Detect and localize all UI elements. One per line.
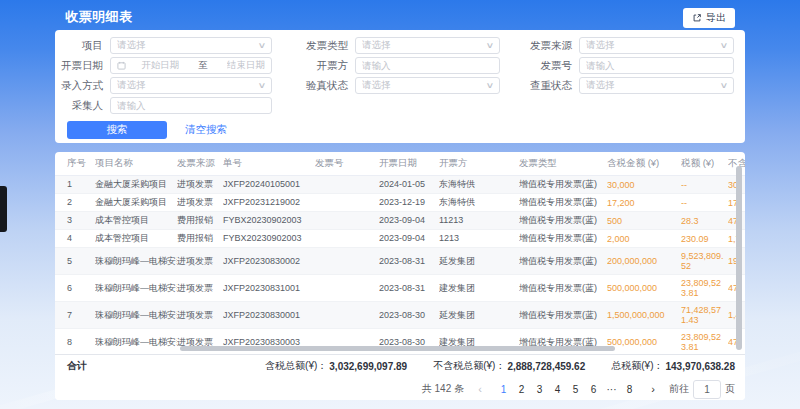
cell-project: 珠穆朗玛峰—电梯安装 — [95, 302, 177, 329]
prev-page-button[interactable]: ‹ — [474, 383, 486, 395]
column-header-0: 序号 — [55, 152, 95, 176]
page-number-3[interactable]: 3 — [532, 384, 547, 395]
cell-no: 7 — [55, 302, 95, 329]
pagination-pages: 123456···8 — [496, 384, 637, 395]
cell-source: 进项发票 — [177, 275, 223, 302]
cell-project: 成本管控项目 — [95, 212, 177, 230]
cell-issuer: 延发集团 — [439, 248, 519, 275]
invoice-source-placeholder: 请选择 — [586, 39, 721, 52]
cell-tax: 9,523,809.52 — [681, 248, 728, 275]
cell-date: 2024-01-05 — [379, 176, 439, 194]
invoice-no-input[interactable] — [579, 57, 734, 74]
filter-label-invoice-no: 发票号 — [500, 59, 579, 73]
cell-source: 费用报销 — [177, 230, 223, 248]
cell-no: 4 — [55, 230, 95, 248]
column-header-3: 单号 — [223, 152, 315, 176]
cell-order_no: FYBX20230902003 — [223, 212, 315, 230]
chevron-down-icon: ∨ — [486, 81, 495, 90]
goto-label: 前往 — [669, 382, 689, 396]
cell-tax: -- — [681, 176, 728, 194]
cell-source: 费用报销 — [177, 212, 223, 230]
end-date-placeholder: 结束日期 — [227, 59, 265, 72]
invoice-type-select[interactable]: 请选择 ∨ — [355, 37, 500, 54]
cell-date: 2023-08-31 — [379, 275, 439, 302]
page-number-6[interactable]: 6 — [586, 384, 601, 395]
invoice-date-range-input[interactable]: 开始日期 至 结束日期 — [110, 57, 272, 74]
cell-source: 进项发票 — [177, 302, 223, 329]
cell-invoice_no — [315, 176, 379, 194]
clear-search-button[interactable]: 清空搜索 — [185, 123, 227, 137]
cell-amount_with_tax: 500,000,000 — [607, 329, 681, 355]
verify-status-placeholder: 请选择 — [362, 79, 487, 92]
cell-tax: 23,809,523.81 — [681, 275, 728, 302]
sum-tax-value: 143,970,638.28 — [665, 361, 735, 372]
collector-input[interactable] — [110, 97, 272, 114]
duplicate-status-select[interactable]: 请选择 ∨ — [579, 77, 734, 94]
cell-type: 增值税专用发票(蓝) — [519, 302, 607, 329]
cell-issuer: 11213 — [439, 212, 519, 230]
issuer-input[interactable] — [355, 57, 500, 74]
cell-amount_with_tax: 1,500,000,000 — [607, 302, 681, 329]
filter-label-entry-method: 录入方式 — [55, 79, 110, 93]
cell-amount_with_tax: 17,200 — [607, 194, 681, 212]
goto-page-input[interactable] — [693, 380, 721, 399]
table-row: 3成本管控项目费用报销FYBX202309020032023-09-041121… — [55, 212, 745, 230]
column-header-2: 发票来源 — [177, 152, 223, 176]
filter-label-verify-status: 验真状态 — [272, 79, 355, 93]
page-number-5[interactable]: 5 — [568, 384, 583, 395]
calendar-icon — [117, 61, 126, 70]
summary-row: 合计 含税总额(¥)： 3,032,699,097.89 不含税总额(¥)： 2… — [55, 354, 745, 377]
horizontal-scrollbar[interactable] — [180, 346, 615, 351]
page-number-2[interactable]: 2 — [514, 384, 529, 395]
chevron-down-icon: ∨ — [258, 81, 267, 90]
cell-date: 2023-12-19 — [379, 194, 439, 212]
date-range-separator: 至 — [194, 59, 212, 72]
cell-tax: 71,428,571.43 — [681, 302, 728, 329]
invoice-table-body: 1金融大厦采购项目进项发票JXFP202401050012024-01-05东海… — [55, 176, 745, 355]
cell-source: 进项发票 — [177, 176, 223, 194]
cell-project: 珠穆朗玛峰—电梯安装 — [95, 275, 177, 302]
page-background: 收票明细表 导出 项目 请选择 ∨ 发票类型 请选择 — [0, 0, 800, 409]
verify-status-select[interactable]: 请选择 ∨ — [355, 77, 500, 94]
cell-issuer: 1213 — [439, 230, 519, 248]
cell-tax: 230.09 — [681, 230, 728, 248]
cell-no: 6 — [55, 275, 95, 302]
cell-order_no: JXFP20230830002 — [223, 248, 315, 275]
invoice-source-select[interactable]: 请选择 ∨ — [579, 37, 734, 54]
invoice-table-card: 序号项目名称发票来源单号发票号开票日期开票方发票类型含税金额 (¥)税额 (¥)… — [55, 152, 745, 400]
export-button[interactable]: 导出 — [683, 8, 735, 28]
cell-invoice_no — [315, 230, 379, 248]
project-select-placeholder: 请选择 — [117, 39, 259, 52]
search-button[interactable]: 搜索 — [67, 121, 167, 139]
cell-type: 增值税专用发票(蓝) — [519, 248, 607, 275]
goto-page-unit: 页 — [725, 382, 735, 396]
cell-no: 8 — [55, 329, 95, 355]
next-page-button[interactable]: › — [647, 383, 659, 395]
column-header-6: 开票方 — [439, 152, 519, 176]
entry-method-select[interactable]: 请选择 ∨ — [110, 77, 272, 94]
table-row: 1金融大厦采购项目进项发票JXFP202401050012024-01-05东海… — [55, 176, 745, 194]
filter-panel: 项目 请选择 ∨ 发票类型 请选择 ∨ 发票来源 请选择 ∨ — [55, 30, 745, 143]
page-number-1[interactable]: 1 — [496, 384, 511, 395]
cell-project: 金融大厦采购项目 — [95, 176, 177, 194]
page-number-8[interactable]: 8 — [622, 384, 637, 395]
cell-type: 增值税专用发票(蓝) — [519, 176, 607, 194]
cell-amount_with_tax: 500,000,000 — [607, 275, 681, 302]
column-header-5: 开票日期 — [379, 152, 439, 176]
cell-amount_with_tax: 500 — [607, 212, 681, 230]
table-scroll-area: 序号项目名称发票来源单号发票号开票日期开票方发票类型含税金额 (¥)税额 (¥)… — [55, 152, 745, 354]
table-row: 2金融大厦采购项目进项发票JXFP202312190022023-12-19东海… — [55, 194, 745, 212]
cell-issuer: 建发集团 — [439, 275, 519, 302]
cell-issuer: 东海特供 — [439, 176, 519, 194]
project-select[interactable]: 请选择 ∨ — [110, 37, 272, 54]
cell-order_no: JXFP20240105001 — [223, 176, 315, 194]
cell-order_no: JXFP20231219002 — [223, 194, 315, 212]
column-header-9: 税额 (¥) — [681, 152, 728, 176]
chevron-down-icon: ∨ — [720, 41, 729, 50]
table-row: 4成本管控项目费用报销FYBX202309020032023-09-041213… — [55, 230, 745, 248]
page-ellipsis[interactable]: ··· — [604, 384, 619, 395]
cell-tax: -- — [681, 194, 728, 212]
cell-date: 2023-09-04 — [379, 212, 439, 230]
page-number-4[interactable]: 4 — [550, 384, 565, 395]
vertical-scrollbar[interactable] — [736, 166, 742, 350]
